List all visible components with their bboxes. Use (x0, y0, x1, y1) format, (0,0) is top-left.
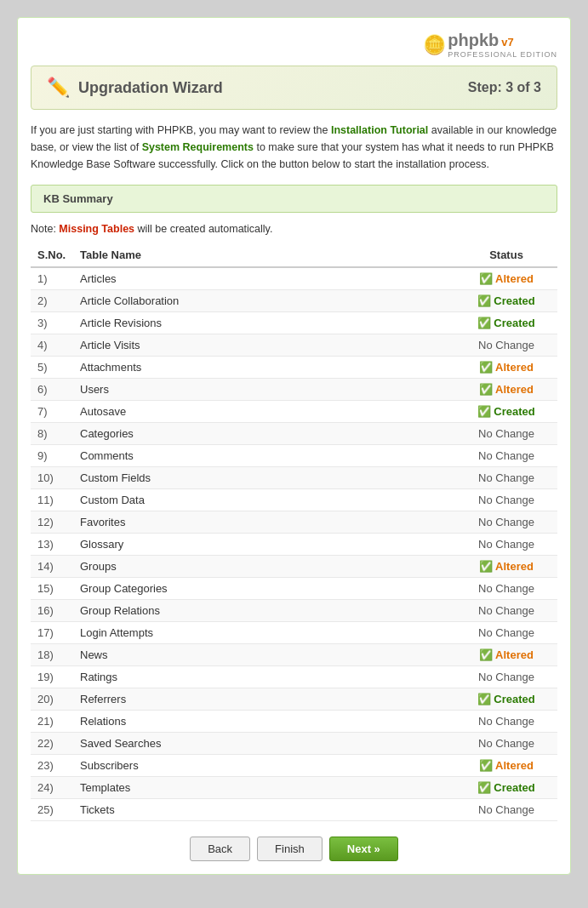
next-button[interactable]: Next » (329, 837, 398, 861)
kb-summary-bar: KB Summary (31, 185, 557, 213)
cell-sno: 3) (31, 312, 73, 334)
check-circle-icon: ✅ (477, 781, 491, 794)
table-row: 22)Saved SearchesNo Change (31, 733, 557, 755)
cell-sno: 8) (31, 423, 73, 445)
logo-coin-icon: 🪙 (423, 34, 446, 56)
table-row: 4)Article VisitsNo Change (31, 334, 557, 357)
installation-tutorial-link[interactable]: Installation Tutorial (331, 124, 428, 136)
table-row: 6)Users✅Altered (31, 379, 557, 401)
cell-sno: 7) (31, 401, 73, 423)
status-text: No Change (478, 471, 534, 484)
cell-status: ✅Created (455, 777, 557, 799)
status-text: No Change (478, 427, 534, 440)
table-row: 20)Referrers✅Created (31, 688, 557, 711)
logo-area: 🪙 phpkb v7 PROFESSIONAL EDITION (31, 31, 557, 59)
cell-tablename: Article Revisions (73, 312, 455, 334)
cell-status: No Change (455, 511, 557, 534)
cell-status: ✅Created (455, 290, 557, 312)
cell-sno: 13) (31, 534, 73, 556)
check-circle-icon: ✅ (477, 294, 491, 307)
wizard-step: Step: 3 of 3 (468, 80, 541, 95)
cell-tablename: News (73, 644, 455, 666)
table-row: 16)Group RelationsNo Change (31, 600, 557, 622)
status-text: No Change (478, 339, 534, 351)
table-row: 2)Article Collaboration✅Created (31, 290, 557, 312)
cell-tablename: Glossary (73, 534, 455, 556)
cell-sno: 6) (31, 379, 73, 401)
kb-summary-label: KB Summary (43, 192, 113, 205)
cell-sno: 21) (31, 711, 73, 733)
cell-status: ✅Altered (455, 357, 557, 379)
status-text: Altered (495, 560, 534, 573)
cell-status: No Change (455, 423, 557, 445)
cell-status: No Change (455, 334, 557, 357)
cell-tablename: Attachments (73, 357, 455, 379)
buttons-row: Back Finish Next » (31, 837, 557, 861)
cell-tablename: Article Collaboration (73, 290, 455, 312)
cell-tablename: Saved Searches (73, 733, 455, 755)
status-text: No Change (478, 737, 534, 750)
cell-status: No Change (455, 799, 557, 821)
cell-sno: 5) (31, 357, 73, 379)
check-circle-icon: ✅ (479, 759, 493, 772)
table-row: 1)Articles✅Altered (31, 267, 557, 290)
cell-tablename: Groups (73, 556, 455, 578)
intro-paragraph: If you are just starting with PHPKB, you… (31, 122, 557, 173)
note-suffix: will be created automatically. (134, 223, 272, 235)
cell-status: ✅Created (455, 312, 557, 334)
col-name: Table Name (73, 243, 455, 267)
cell-status: ✅Altered (455, 267, 557, 290)
logo-version: v7 (501, 36, 513, 49)
cell-sno: 19) (31, 666, 73, 688)
logo-name: phpkb (448, 31, 499, 50)
wizard-pencil-icon: ✏️ (47, 77, 70, 99)
cell-tablename: Users (73, 379, 455, 401)
status-text: Created (494, 294, 534, 307)
cell-sno: 1) (31, 267, 73, 290)
cell-tablename: Articles (73, 267, 455, 290)
table-row: 19)RatingsNo Change (31, 666, 557, 688)
status-text: No Change (478, 803, 534, 816)
cell-sno: 10) (31, 467, 73, 489)
cell-tablename: Referrers (73, 688, 455, 711)
cell-sno: 18) (31, 644, 73, 666)
cell-sno: 16) (31, 600, 73, 622)
status-text: Altered (495, 361, 534, 374)
status-text: No Change (478, 494, 534, 506)
cell-status: ✅Created (455, 688, 557, 711)
cell-tablename: Group Relations (73, 600, 455, 622)
check-circle-icon: ✅ (479, 383, 493, 396)
cell-sno: 20) (31, 688, 73, 711)
cell-status: ✅Created (455, 401, 557, 423)
cell-tablename: Custom Fields (73, 467, 455, 489)
cell-status: No Change (455, 489, 557, 511)
table-row: 3)Article Revisions✅Created (31, 312, 557, 334)
finish-button[interactable]: Finish (257, 837, 323, 861)
check-circle-icon: ✅ (477, 405, 491, 418)
note-text: Note: Missing Tables will be created aut… (31, 223, 557, 235)
table-row: 13)GlossaryNo Change (31, 534, 557, 556)
cell-status: No Change (455, 600, 557, 622)
status-text: Created (494, 405, 534, 418)
table-row: 10)Custom FieldsNo Change (31, 467, 557, 489)
system-requirements-link[interactable]: System Requirements (142, 141, 254, 153)
status-text: No Change (478, 538, 534, 551)
cell-status: No Change (455, 733, 557, 755)
status-text: No Change (478, 671, 534, 683)
status-text: Altered (495, 272, 534, 285)
back-button[interactable]: Back (190, 837, 250, 861)
cell-sno: 11) (31, 489, 73, 511)
logo-edition: PROFESSIONAL EDITION (448, 50, 557, 59)
cell-tablename: Tickets (73, 799, 455, 821)
cell-tablename: Relations (73, 711, 455, 733)
status-text: Altered (495, 648, 534, 661)
cell-sno: 14) (31, 556, 73, 578)
cell-sno: 12) (31, 511, 73, 534)
status-text: Altered (495, 759, 534, 772)
status-text: Created (494, 693, 534, 705)
cell-sno: 17) (31, 622, 73, 644)
cell-tablename: Custom Data (73, 489, 455, 511)
status-table: S.No. Table Name Status 1)Articles✅Alter… (31, 243, 557, 821)
status-text: Altered (495, 383, 534, 396)
status-text: No Change (478, 626, 534, 639)
